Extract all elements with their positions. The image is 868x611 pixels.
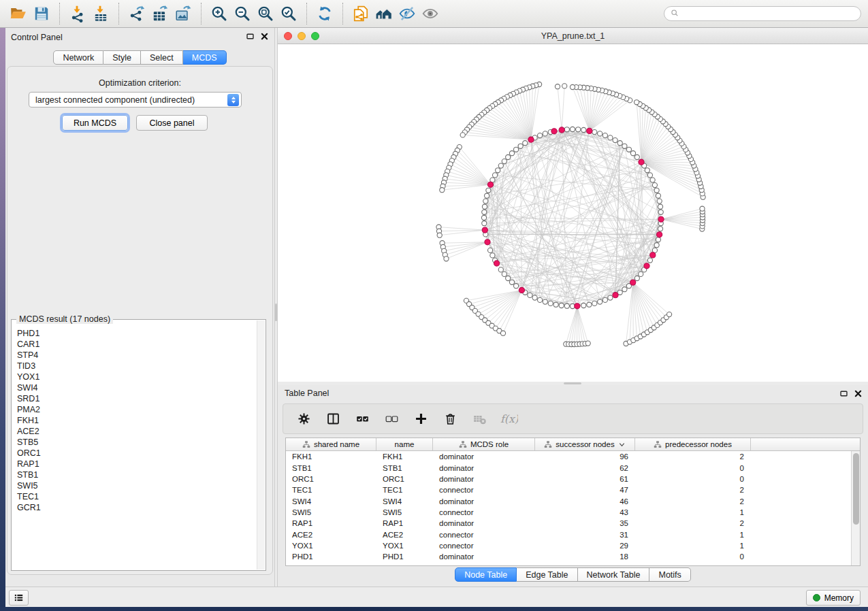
mcds-result-item[interactable]: YOX1 xyxy=(15,371,255,382)
graph-node[interactable] xyxy=(652,183,657,188)
graph-mcds-node[interactable] xyxy=(613,293,618,298)
mcds-result-item[interactable]: ACE2 xyxy=(15,426,255,437)
mcds-result-item[interactable]: PMA2 xyxy=(15,404,255,415)
graph-mcds-node[interactable] xyxy=(528,137,534,142)
zoom-selected-button[interactable] xyxy=(277,2,300,25)
graph-node[interactable] xyxy=(518,144,523,148)
hide-elements-button[interactable] xyxy=(396,2,419,25)
graph-mcds-node[interactable] xyxy=(487,182,493,187)
graph-node[interactable] xyxy=(488,248,493,252)
graph-node[interactable] xyxy=(498,163,503,168)
graph-mcds-node[interactable] xyxy=(587,128,592,133)
table-tab-edge-table[interactable]: Edge Table xyxy=(517,567,577,582)
import-network-button[interactable] xyxy=(66,2,89,25)
graph-node[interactable] xyxy=(506,276,511,280)
graph-mcds-node[interactable] xyxy=(639,159,644,165)
graph-mcds-node[interactable] xyxy=(657,232,662,237)
graph-node[interactable] xyxy=(658,210,663,214)
tab-mcds[interactable]: MCDS xyxy=(183,50,227,65)
graph-node[interactable] xyxy=(564,127,569,132)
network-canvas[interactable] xyxy=(278,44,868,382)
graph-node[interactable] xyxy=(654,188,659,193)
mcds-result-item[interactable]: PHD1 xyxy=(15,328,255,339)
table-scrollbar[interactable] xyxy=(851,451,860,565)
graph-node[interactable] xyxy=(581,127,586,132)
graph-node[interactable] xyxy=(658,204,662,209)
graph-node[interactable] xyxy=(667,312,672,317)
graph-mcds-node[interactable] xyxy=(482,227,487,233)
graph-node[interactable] xyxy=(581,303,586,308)
mcds-list-scrollbar[interactable] xyxy=(257,320,265,569)
mcds-result-item[interactable]: GCR1 xyxy=(15,502,255,513)
graph-node[interactable] xyxy=(576,127,581,132)
column-header-predecessor-nodes[interactable]: predecessor nodes xyxy=(635,438,751,450)
graph-node[interactable] xyxy=(656,193,660,198)
mcds-result-item[interactable]: SRD1 xyxy=(15,393,255,404)
maximize-window-icon[interactable] xyxy=(311,32,319,40)
mcds-result-item[interactable]: SWI5 xyxy=(15,480,255,491)
graph-node[interactable] xyxy=(444,257,449,261)
mcds-result-item[interactable]: CAR1 xyxy=(15,339,255,350)
zoom-out-button[interactable] xyxy=(231,2,254,25)
graph-node[interactable] xyxy=(509,151,514,156)
table-tab-network-table[interactable]: Network Table xyxy=(578,567,650,582)
graph-node[interactable] xyxy=(493,173,498,178)
create-column-button[interactable] xyxy=(411,410,430,429)
import-table-button[interactable] xyxy=(89,2,112,25)
export-network-button[interactable] xyxy=(125,2,148,25)
graph-mcds-node[interactable] xyxy=(494,261,500,266)
graph-node[interactable] xyxy=(482,210,487,214)
select-all-button[interactable] xyxy=(353,410,372,429)
table-row[interactable]: PHD1PHD1dominator180 xyxy=(286,551,851,562)
graph-mcds-node[interactable] xyxy=(485,240,490,245)
table-row[interactable]: FKH1FKH1dominator962 xyxy=(286,451,851,462)
table-tab-motifs[interactable]: Motifs xyxy=(649,567,690,582)
graph-node[interactable] xyxy=(523,141,528,146)
save-session-button[interactable] xyxy=(30,2,53,25)
graph-node[interactable] xyxy=(490,253,495,258)
graph-node[interactable] xyxy=(482,221,487,226)
network-titlebar[interactable]: YPA_prune.txt_1 xyxy=(278,28,868,44)
criterion-select[interactable]: largest connected component (undirected) xyxy=(29,92,242,108)
graph-node[interactable] xyxy=(650,178,655,182)
graph-node[interactable] xyxy=(647,173,652,178)
mcds-result-list[interactable]: PHD1CAR1STP4TID3YOX1SWI4SRD1PMA2FKH1ACE2… xyxy=(15,328,255,569)
graph-node[interactable] xyxy=(608,295,613,300)
graph-node[interactable] xyxy=(514,284,519,288)
column-header-MCDS-role[interactable]: MCDS role xyxy=(433,438,535,450)
graph-node[interactable] xyxy=(602,133,607,138)
tab-select[interactable]: Select xyxy=(141,50,183,65)
close-table-panel-icon[interactable] xyxy=(854,389,863,400)
graph-node[interactable] xyxy=(570,84,575,89)
graph-node[interactable] xyxy=(634,100,639,105)
tab-network[interactable]: Network xyxy=(53,50,103,65)
graph-node[interactable] xyxy=(647,258,652,263)
table-scrollbar-thumb[interactable] xyxy=(853,453,859,525)
graph-node[interactable] xyxy=(654,243,659,248)
close-panel-icon[interactable] xyxy=(260,32,269,43)
graph-node[interactable] xyxy=(543,131,547,136)
graph-node[interactable] xyxy=(608,135,613,140)
graph-node[interactable] xyxy=(555,84,560,89)
show-panels-button[interactable] xyxy=(9,590,29,606)
mcds-result-item[interactable]: FKH1 xyxy=(15,415,255,426)
graph-node[interactable] xyxy=(506,154,511,159)
export-image-button[interactable] xyxy=(172,2,195,25)
network-graph[interactable] xyxy=(278,44,868,382)
deselect-all-button[interactable] xyxy=(382,410,401,429)
graph-mcds-node[interactable] xyxy=(658,216,664,222)
close-panel-button[interactable]: Close panel xyxy=(136,115,208,131)
graph-node[interactable] xyxy=(437,233,442,237)
graph-node[interactable] xyxy=(617,141,622,146)
graph-node[interactable] xyxy=(613,138,617,143)
graph-node[interactable] xyxy=(460,133,465,137)
graph-mcds-node[interactable] xyxy=(551,129,557,134)
close-window-icon[interactable] xyxy=(284,32,292,40)
minimize-window-icon[interactable] xyxy=(298,32,306,40)
column-header-shared-name[interactable]: shared name xyxy=(286,438,376,450)
graph-node[interactable] xyxy=(585,341,590,346)
graph-node[interactable] xyxy=(514,147,519,152)
graph-node[interactable] xyxy=(548,301,553,306)
mcds-result-item[interactable]: ORC1 xyxy=(15,448,255,459)
zoom-fit-button[interactable] xyxy=(254,2,277,25)
